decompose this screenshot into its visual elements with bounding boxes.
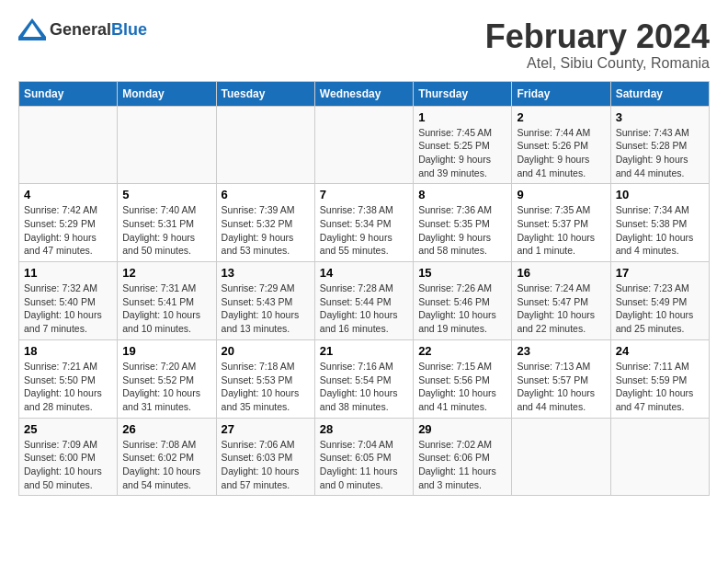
- day-info: Sunrise: 7:16 AM Sunset: 5:54 PM Dayligh…: [320, 360, 408, 414]
- day-info: Sunrise: 7:34 AM Sunset: 5:38 PM Dayligh…: [616, 203, 704, 258]
- day-info: Sunrise: 7:20 AM Sunset: 5:52 PM Dayligh…: [122, 360, 210, 414]
- calendar-cell: [118, 106, 216, 184]
- day-info: Sunrise: 7:40 AM Sunset: 5:31 PM Dayligh…: [122, 203, 210, 258]
- logo: GeneralBlue: [18, 18, 147, 40]
- day-info: Sunrise: 7:45 AM Sunset: 5:25 PM Dayligh…: [418, 126, 506, 180]
- calendar-week-row: 18Sunrise: 7:21 AM Sunset: 5:50 PM Dayli…: [19, 339, 710, 418]
- logo-general: GeneralBlue: [50, 20, 147, 40]
- day-number: 24: [616, 344, 704, 358]
- day-number: 17: [616, 266, 704, 280]
- weekday-header-row: SundayMondayTuesdayWednesdayThursdayFrid…: [19, 81, 710, 106]
- calendar-week-row: 25Sunrise: 7:09 AM Sunset: 6:00 PM Dayli…: [19, 418, 710, 496]
- day-info: Sunrise: 7:23 AM Sunset: 5:49 PM Dayligh…: [616, 282, 704, 336]
- day-info: Sunrise: 7:26 AM Sunset: 5:46 PM Dayligh…: [418, 282, 506, 336]
- day-info: Sunrise: 7:21 AM Sunset: 5:50 PM Dayligh…: [24, 360, 112, 414]
- calendar-cell: 24Sunrise: 7:11 AM Sunset: 5:59 PM Dayli…: [610, 339, 709, 418]
- calendar-cell: 2Sunrise: 7:44 AM Sunset: 5:26 PM Daylig…: [512, 106, 610, 184]
- day-number: 18: [24, 344, 112, 358]
- calendar-cell: 25Sunrise: 7:09 AM Sunset: 6:00 PM Dayli…: [19, 418, 118, 496]
- calendar-table: SundayMondayTuesdayWednesdayThursdayFrid…: [18, 81, 710, 497]
- weekday-header-wednesday: Wednesday: [314, 81, 413, 106]
- calendar-cell: 4Sunrise: 7:42 AM Sunset: 5:29 PM Daylig…: [19, 184, 118, 262]
- calendar-cell: 29Sunrise: 7:02 AM Sunset: 6:06 PM Dayli…: [414, 418, 512, 496]
- day-info: Sunrise: 7:44 AM Sunset: 5:26 PM Dayligh…: [517, 126, 605, 180]
- weekday-header-saturday: Saturday: [610, 81, 709, 106]
- header: GeneralBlue February 2024 Atel, Sibiu Co…: [18, 18, 710, 72]
- day-info: Sunrise: 7:35 AM Sunset: 5:37 PM Dayligh…: [517, 203, 605, 258]
- calendar-cell: 11Sunrise: 7:32 AM Sunset: 5:40 PM Dayli…: [19, 262, 118, 340]
- calendar-week-row: 1Sunrise: 7:45 AM Sunset: 5:25 PM Daylig…: [19, 106, 710, 184]
- weekday-header-tuesday: Tuesday: [216, 81, 314, 106]
- day-info: Sunrise: 7:02 AM Sunset: 6:06 PM Dayligh…: [418, 438, 506, 492]
- day-number: 7: [320, 188, 408, 201]
- calendar-week-row: 11Sunrise: 7:32 AM Sunset: 5:40 PM Dayli…: [19, 262, 710, 340]
- day-number: 21: [320, 344, 408, 358]
- calendar-cell: 21Sunrise: 7:16 AM Sunset: 5:54 PM Dayli…: [314, 339, 413, 418]
- day-number: 11: [24, 266, 112, 280]
- day-number: 14: [320, 266, 408, 280]
- day-number: 9: [517, 188, 605, 201]
- day-number: 15: [418, 266, 506, 280]
- calendar-cell: 26Sunrise: 7:08 AM Sunset: 6:02 PM Dayli…: [118, 418, 216, 496]
- day-info: Sunrise: 7:43 AM Sunset: 5:28 PM Dayligh…: [616, 126, 704, 180]
- day-info: Sunrise: 7:13 AM Sunset: 5:57 PM Dayligh…: [517, 360, 605, 414]
- day-info: Sunrise: 7:32 AM Sunset: 5:40 PM Dayligh…: [24, 282, 112, 336]
- weekday-header-monday: Monday: [118, 81, 216, 106]
- day-info: Sunrise: 7:15 AM Sunset: 5:56 PM Dayligh…: [418, 360, 506, 414]
- day-info: Sunrise: 7:24 AM Sunset: 5:47 PM Dayligh…: [517, 282, 605, 336]
- calendar-cell: 15Sunrise: 7:26 AM Sunset: 5:46 PM Dayli…: [414, 262, 512, 340]
- day-info: Sunrise: 7:31 AM Sunset: 5:41 PM Dayligh…: [122, 282, 210, 336]
- calendar-cell: 16Sunrise: 7:24 AM Sunset: 5:47 PM Dayli…: [512, 262, 610, 340]
- day-info: Sunrise: 7:42 AM Sunset: 5:29 PM Dayligh…: [24, 203, 112, 258]
- day-info: Sunrise: 7:06 AM Sunset: 6:03 PM Dayligh…: [222, 438, 310, 492]
- day-number: 16: [517, 266, 605, 280]
- day-number: 19: [122, 344, 210, 358]
- day-number: 27: [222, 422, 310, 436]
- day-number: 3: [616, 110, 704, 124]
- logo-icon: [18, 18, 46, 40]
- calendar-cell: [19, 106, 118, 184]
- day-info: Sunrise: 7:29 AM Sunset: 5:43 PM Dayligh…: [222, 282, 310, 336]
- day-number: 13: [222, 266, 310, 280]
- calendar-cell: [610, 418, 709, 496]
- calendar-cell: 7Sunrise: 7:38 AM Sunset: 5:34 PM Daylig…: [314, 184, 413, 262]
- calendar-cell: 27Sunrise: 7:06 AM Sunset: 6:03 PM Dayli…: [216, 418, 314, 496]
- day-number: 1: [418, 110, 506, 124]
- calendar-cell: 13Sunrise: 7:29 AM Sunset: 5:43 PM Dayli…: [216, 262, 314, 340]
- calendar-cell: 10Sunrise: 7:34 AM Sunset: 5:38 PM Dayli…: [610, 184, 709, 262]
- main-title: February 2024: [485, 18, 710, 55]
- calendar-cell: 8Sunrise: 7:36 AM Sunset: 5:35 PM Daylig…: [414, 184, 512, 262]
- calendar-cell: 6Sunrise: 7:39 AM Sunset: 5:32 PM Daylig…: [216, 184, 314, 262]
- calendar-cell: 14Sunrise: 7:28 AM Sunset: 5:44 PM Dayli…: [314, 262, 413, 340]
- calendar-cell: [216, 106, 314, 184]
- calendar-cell: [512, 418, 610, 496]
- weekday-header-sunday: Sunday: [19, 81, 118, 106]
- day-info: Sunrise: 7:18 AM Sunset: 5:53 PM Dayligh…: [222, 360, 310, 414]
- title-area: February 2024 Atel, Sibiu County, Romani…: [485, 18, 710, 72]
- calendar-week-row: 4Sunrise: 7:42 AM Sunset: 5:29 PM Daylig…: [19, 184, 710, 262]
- day-number: 5: [122, 188, 210, 201]
- day-number: 4: [24, 188, 112, 201]
- day-info: Sunrise: 7:08 AM Sunset: 6:02 PM Dayligh…: [122, 438, 210, 492]
- day-number: 12: [122, 266, 210, 280]
- calendar-cell: 18Sunrise: 7:21 AM Sunset: 5:50 PM Dayli…: [19, 339, 118, 418]
- calendar-cell: 23Sunrise: 7:13 AM Sunset: 5:57 PM Dayli…: [512, 339, 610, 418]
- day-info: Sunrise: 7:38 AM Sunset: 5:34 PM Dayligh…: [320, 203, 408, 258]
- day-number: 26: [122, 422, 210, 436]
- day-number: 28: [320, 422, 408, 436]
- day-info: Sunrise: 7:36 AM Sunset: 5:35 PM Dayligh…: [418, 203, 506, 258]
- weekday-header-friday: Friday: [512, 81, 610, 106]
- day-number: 6: [222, 188, 310, 201]
- svg-rect-2: [18, 37, 46, 40]
- day-info: Sunrise: 7:39 AM Sunset: 5:32 PM Dayligh…: [222, 203, 310, 258]
- day-number: 23: [517, 344, 605, 358]
- day-number: 25: [24, 422, 112, 436]
- day-info: Sunrise: 7:11 AM Sunset: 5:59 PM Dayligh…: [616, 360, 704, 414]
- day-number: 8: [418, 188, 506, 201]
- calendar-cell: 19Sunrise: 7:20 AM Sunset: 5:52 PM Dayli…: [118, 339, 216, 418]
- calendar-cell: 20Sunrise: 7:18 AM Sunset: 5:53 PM Dayli…: [216, 339, 314, 418]
- calendar-cell: 28Sunrise: 7:04 AM Sunset: 6:05 PM Dayli…: [314, 418, 413, 496]
- day-info: Sunrise: 7:28 AM Sunset: 5:44 PM Dayligh…: [320, 282, 408, 336]
- day-number: 2: [517, 110, 605, 124]
- calendar-cell: 9Sunrise: 7:35 AM Sunset: 5:37 PM Daylig…: [512, 184, 610, 262]
